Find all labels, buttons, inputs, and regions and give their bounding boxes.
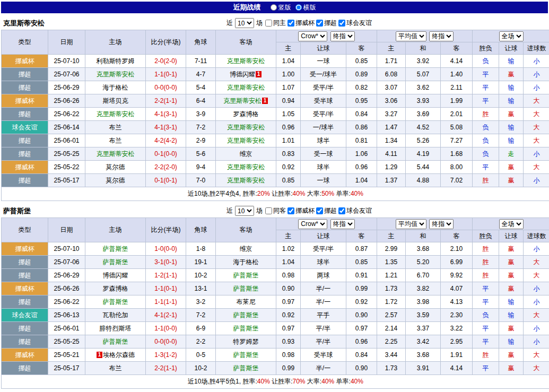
scope-select[interactable]: 全场 <box>499 219 524 229</box>
filter-checkbox[interactable] <box>265 207 272 214</box>
team-name[interactable]: 克里斯蒂安松 <box>97 110 135 118</box>
league-type-badge: 挪威杯 <box>2 161 48 174</box>
filter-option[interactable]: 挪超 <box>316 206 337 215</box>
corner-count: 0-5 <box>186 349 216 362</box>
average-select[interactable]: 平均值 <box>396 219 426 229</box>
team-name[interactable]: 罗森博格 <box>233 110 259 118</box>
team-name[interactable]: 维京 <box>240 245 252 252</box>
team-name[interactable]: 克里斯蒂安松 <box>227 124 265 131</box>
team-name[interactable]: 克里斯蒂安松 <box>227 137 265 144</box>
team-name[interactable]: 布兰 <box>109 124 122 131</box>
bookmaker-select[interactable]: Crow* <box>298 219 327 229</box>
team-name[interactable]: 克里斯蒂安松 <box>227 163 265 171</box>
odds-value: 1.35 <box>377 256 406 269</box>
team-name[interactable]: 海于格松 <box>233 258 259 266</box>
result-value: 负 <box>473 55 499 68</box>
team-name[interactable]: 莫尔德 <box>106 163 125 171</box>
filter-option[interactable]: 同主 <box>265 19 286 28</box>
team-name[interactable]: 萨普斯堡 <box>103 258 128 266</box>
match-date: 25-06-22 <box>48 108 85 121</box>
filter-option[interactable]: 球会友谊 <box>338 206 372 215</box>
odds-value: 4.19 <box>406 147 441 161</box>
team-name[interactable]: 萨普斯堡 <box>233 272 259 279</box>
horizontal-radio[interactable] <box>295 4 302 11</box>
team-name[interactable]: 腓特烈斯塔 <box>100 325 132 332</box>
team-name[interactable]: 克里斯蒂安松 <box>227 57 265 65</box>
layout-horizontal-option[interactable]: 横版 <box>295 3 316 12</box>
match-date: 25-05-17 <box>48 362 85 375</box>
europe-time-select[interactable]: 终指 <box>429 31 454 41</box>
team-name[interactable]: 维京 <box>240 150 252 158</box>
vertical-radio[interactable] <box>271 4 277 11</box>
odds-value: 2.14 <box>377 322 406 335</box>
average-select[interactable]: 平均值 <box>396 31 426 41</box>
team-name[interactable]: 罗森博格 <box>103 285 128 292</box>
team-name[interactable]: 克里斯蒂安松 <box>223 97 262 104</box>
team-name[interactable]: 博德闪耀 <box>230 71 255 78</box>
odds-value: 4.14 <box>441 55 473 68</box>
team-name[interactable]: 布兰 <box>109 364 122 372</box>
col-type: 类型 <box>2 30 48 55</box>
team-name[interactable]: 萨普斯堡 <box>103 245 128 252</box>
team-name[interactable]: 布莱尼 <box>237 298 256 306</box>
result-value: 平 <box>473 362 499 375</box>
filter-checkbox[interactable] <box>265 20 272 27</box>
home-team-cell: 莫尔德 <box>85 174 146 187</box>
match-count-select[interactable]: 10 <box>235 18 254 28</box>
filter-checkbox[interactable] <box>338 20 345 27</box>
filter-checkbox[interactable] <box>287 20 294 27</box>
filter-option[interactable]: 挪威杯 <box>287 206 315 215</box>
filter-checkbox[interactable] <box>287 207 294 214</box>
result-value: 平 <box>473 81 499 94</box>
filter-option[interactable]: 挪超 <box>316 19 337 28</box>
team-name[interactable]: 萨普斯堡 <box>233 285 259 292</box>
filter-option[interactable]: 挪威杯 <box>287 19 315 28</box>
match-score: 1-1(0-0) <box>146 322 186 335</box>
filter-checkbox[interactable] <box>316 20 323 27</box>
team-name[interactable]: 埃格尔森德 <box>103 351 135 359</box>
summary-stat-label: 大率: <box>306 190 322 197</box>
team-name[interactable]: 克里斯蒂安松 <box>97 71 135 78</box>
match-score: 2-2(1-1) <box>146 94 186 108</box>
layout-vertical-option[interactable]: 竖版 <box>271 3 291 12</box>
filter-option[interactable]: 球会友谊 <box>338 19 372 28</box>
result-value: 输 <box>499 121 524 134</box>
games-label: 场 <box>256 206 263 215</box>
scope-select[interactable]: 全场 <box>499 31 524 41</box>
handicap-time-select[interactable]: 终指 <box>330 31 355 41</box>
team-name[interactable]: 萨普斯堡 <box>103 338 128 345</box>
team-name[interactable]: 萨普斯堡 <box>233 364 259 372</box>
corner-count: 9-4 <box>186 161 216 174</box>
team-name[interactable]: 萨普斯堡 <box>233 311 259 319</box>
team-name[interactable]: 斯塔贝克 <box>103 97 128 104</box>
team-name[interactable]: 博德闪耀 <box>103 272 128 279</box>
team-name[interactable]: 特罗姆瑟 <box>233 338 259 345</box>
filter-checkbox[interactable] <box>316 207 323 214</box>
team-name[interactable]: 克里斯蒂安松 <box>227 177 265 184</box>
odds-value: 0.86 <box>346 121 377 134</box>
odds-value: 2.11 <box>441 81 473 94</box>
europe-time-select[interactable]: 终指 <box>429 219 454 229</box>
team-name[interactable]: 瓦勒伦加 <box>103 311 128 319</box>
team-name[interactable]: 利勒斯特罗姆 <box>97 57 135 65</box>
away-team-cell: 维京 <box>216 147 276 161</box>
match-date: 25-06-26 <box>48 94 85 108</box>
team-name[interactable]: 莫尔德 <box>106 177 125 184</box>
odds-value: 1.04 <box>276 256 301 269</box>
team-name[interactable]: 克里斯蒂安松 <box>227 84 265 91</box>
filter-option[interactable]: 同客 <box>265 206 286 215</box>
handicap-time-select[interactable]: 终指 <box>330 219 355 229</box>
bookmaker-select[interactable]: Crow* <box>298 31 327 41</box>
match-count-select[interactable]: 10 <box>235 206 254 216</box>
filter-checkbox[interactable] <box>338 207 345 214</box>
team-name[interactable]: 萨普斯堡 <box>233 351 259 359</box>
team-name[interactable]: 萨普斯堡 <box>233 325 259 332</box>
odds-value: 1.04 <box>276 55 301 68</box>
team-name[interactable]: 布兰 <box>109 137 122 144</box>
match-row: 挪威杯25-05-22莫尔德2-2(2-0)9-4克里斯蒂安松0.92球半0.9… <box>2 161 549 174</box>
filter-label: 同客 <box>273 206 286 215</box>
match-row: 挪威杯25-07-10萨普斯堡1-0(0-0)1-8维京1.02受平/半0.87… <box>2 242 549 256</box>
team-name[interactable]: 克里斯蒂安松 <box>97 150 135 158</box>
team-name[interactable]: 海于格松 <box>103 84 128 91</box>
team-name[interactable]: 萨普斯堡 <box>103 298 128 306</box>
